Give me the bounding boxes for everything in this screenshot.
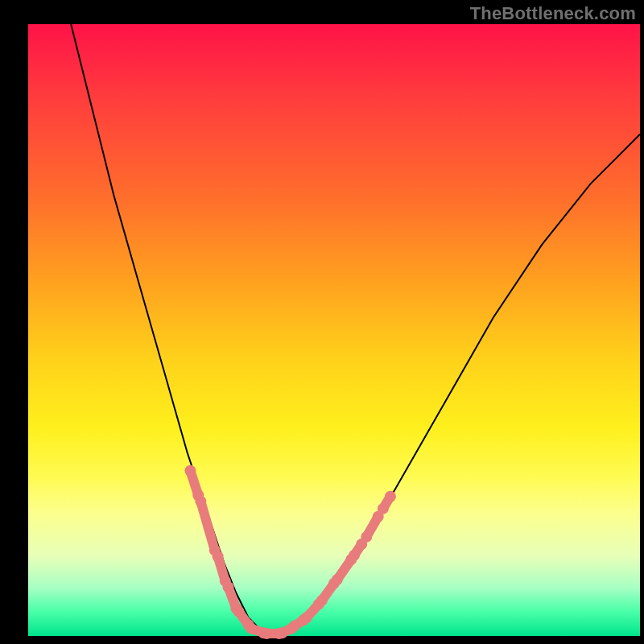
chart-frame: TheBottleneck.com — [0, 0, 644, 644]
ruler-dot — [378, 503, 389, 514]
ruler-dot — [385, 491, 396, 502]
ruler-dot — [361, 531, 372, 543]
ruler-dot — [233, 606, 244, 617]
ruler-segment — [200, 502, 214, 551]
watermark-text: TheBottleneck.com — [470, 3, 636, 24]
ruler-dot — [213, 551, 224, 562]
plot-area — [28, 24, 640, 636]
ruler-dot — [332, 574, 343, 585]
ruler-dot — [316, 595, 328, 606]
ruler-dot — [301, 612, 312, 623]
ruler-dot — [223, 581, 234, 592]
ruler-dot — [246, 623, 257, 634]
ruler-marks — [184, 465, 396, 639]
ruler-dot — [289, 621, 300, 632]
curve-svg — [28, 24, 640, 636]
ruler-dot — [184, 465, 196, 477]
ruler-dot — [349, 550, 360, 561]
bottleneck-curve — [71, 24, 640, 636]
ruler-dot — [195, 496, 206, 507]
ruler-dot — [261, 628, 272, 639]
